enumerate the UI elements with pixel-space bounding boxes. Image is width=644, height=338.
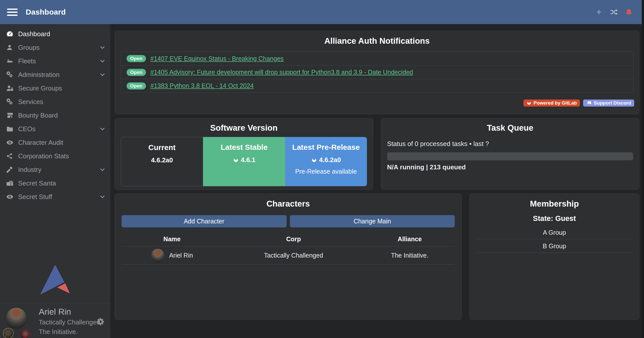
sidebar-item-industry[interactable]: Industry xyxy=(0,163,110,176)
notification-item: Open #1383 Python 3.8 EOL - 14 Oct 2024 xyxy=(121,79,633,92)
version-stable-value: 4.6.1 xyxy=(203,156,285,164)
character-alliance: The Initiative. xyxy=(365,247,455,265)
discord-badge[interactable]: Support Discord xyxy=(583,100,634,107)
discord-badge-label: Support Discord xyxy=(594,100,631,106)
discord-icon xyxy=(586,100,592,106)
notification-item: Open #1407 EVE Equinox Status - Breaking… xyxy=(121,52,633,65)
version-stable-heading: Latest Stable xyxy=(203,143,285,152)
membership-title: Membership xyxy=(470,199,639,209)
list-item: B Group xyxy=(477,239,632,253)
hammer-icon xyxy=(6,166,15,173)
sidebar-item-secret-santa[interactable]: Secret Santa xyxy=(0,176,110,190)
column-header-corp: Corp xyxy=(222,231,365,247)
gitlab-fox-icon xyxy=(233,157,239,163)
chevron-down-icon xyxy=(99,166,106,173)
sidebar-item-label: Secret Stuff xyxy=(18,193,52,201)
list-item: A Group xyxy=(477,226,632,239)
shuffle-icon[interactable] xyxy=(610,8,618,16)
sidebar-item-label: CEOs xyxy=(18,125,35,133)
topbar-actions xyxy=(595,8,633,16)
version-prerelease-heading: Latest Pre-Release xyxy=(285,143,367,152)
gitlab-fox-icon xyxy=(311,157,317,163)
sidebar-item-character-audit[interactable]: Character Audit xyxy=(0,136,110,149)
version-prerelease: Latest Pre-Release 4.6.2a0 Pre-Release a… xyxy=(285,137,367,186)
software-version-panel: Software Version Current 4.6.2a0 Latest … xyxy=(115,118,373,190)
sidebar-item-fleets[interactable]: Fleets xyxy=(0,54,110,68)
characters-panel: Characters Add Character Change Main Nam… xyxy=(115,194,462,320)
user-avatar xyxy=(6,307,27,329)
folder-icon xyxy=(6,125,15,133)
membership-group-list: A Group B Group xyxy=(477,226,632,253)
status-badge: Open xyxy=(127,82,146,89)
gitlab-badge[interactable]: Powered by GitLab xyxy=(523,100,580,107)
sidebar-item-services[interactable]: Services xyxy=(0,95,110,109)
sidebar-item-label: Dashboard xyxy=(18,30,50,38)
software-version-title: Software Version xyxy=(121,123,367,133)
chevron-down-icon xyxy=(99,71,106,78)
characters-table: Name Corp Alliance Ariel Rin xyxy=(122,231,455,265)
footer-badges: Powered by GitLab Support Discord xyxy=(523,100,634,107)
gears-icon xyxy=(6,71,15,78)
notification-link[interactable]: #1405 Advisory: Future development will … xyxy=(150,69,413,76)
add-character-button[interactable]: Add Character xyxy=(122,215,287,227)
sidebar-item-corporation-stats[interactable]: Corporation Stats xyxy=(0,149,110,163)
sidebar-item-ceos[interactable]: CEOs xyxy=(0,122,110,136)
main-content: Alliance Auth Notifications Open #1407 E… xyxy=(110,24,644,338)
sidebar-item-secret-stuff[interactable]: Secret Stuff xyxy=(0,190,110,204)
gitlab-fox-icon xyxy=(526,101,532,106)
user-corp: Tactically Challenged xyxy=(39,318,100,326)
user-lock-icon xyxy=(6,84,15,92)
task-queue-title: Task Queue xyxy=(387,123,633,133)
avatar-stack xyxy=(6,307,33,335)
store-icon xyxy=(6,112,15,119)
task-progress-bar xyxy=(387,152,633,160)
notifications-list: Open #1407 EVE Equinox Status - Breaking… xyxy=(120,52,634,93)
sidebar-item-groups[interactable]: Groups xyxy=(0,41,110,54)
sidebar-item-label: Services xyxy=(18,98,43,106)
user-panel: Ariel Rin Tactically Challenged The Init… xyxy=(0,303,110,338)
version-current: Current 4.6.2a0 xyxy=(121,137,203,186)
sidebar-item-label: Administration xyxy=(18,71,60,79)
version-prerelease-value: 4.6.2a0 xyxy=(285,156,367,164)
table-row: Ariel Rin Tactically Challenged The Init… xyxy=(122,247,455,265)
user-name: Ariel Rin xyxy=(39,307,100,317)
page-title: Dashboard xyxy=(26,8,66,16)
gift-icon xyxy=(6,179,15,187)
sidebar-item-dashboard[interactable]: Dashboard xyxy=(0,27,110,41)
sidebar: Dashboard Groups xyxy=(0,24,110,338)
membership-state: State: Guest xyxy=(470,214,639,223)
eye-icon xyxy=(6,193,15,201)
version-strip: Current 4.6.2a0 Latest Stable 4.6.1 xyxy=(121,137,367,186)
sidebar-item-secure-groups[interactable]: Secure Groups xyxy=(0,81,110,95)
change-main-button[interactable]: Change Main xyxy=(290,215,455,227)
sidebar-item-label: Bounty Board xyxy=(18,112,58,119)
sidebar-item-label: Industry xyxy=(18,166,42,174)
sidebar-item-label: Corporation Stats xyxy=(18,152,69,160)
sidebar-item-label: Fleets xyxy=(18,57,36,65)
character-name: Ariel Rin xyxy=(169,252,193,259)
app-root: Dashboard xyxy=(0,0,644,338)
chevron-down-icon xyxy=(99,44,106,51)
chevron-down-icon xyxy=(99,58,106,64)
version-current-value: 4.6.2a0 xyxy=(121,156,203,164)
notification-bell-icon[interactable] xyxy=(625,8,633,16)
share-icon xyxy=(6,153,15,160)
menu-toggle-icon[interactable] xyxy=(7,9,18,16)
notification-link[interactable]: #1383 Python 3.8 EOL - 14 Oct 2024 xyxy=(150,82,254,89)
jet-icon xyxy=(6,57,15,65)
sidebar-item-label: Secret Santa xyxy=(18,179,56,187)
column-header-name: Name xyxy=(122,231,222,247)
scrollbar[interactable] xyxy=(642,0,644,338)
task-queue-line: N/A running | 213 queued xyxy=(387,163,633,171)
settings-gear-icon[interactable] xyxy=(96,317,105,326)
sidebar-item-bounty-board[interactable]: Bounty Board xyxy=(0,109,110,122)
notification-link[interactable]: #1407 EVE Equinox Status - Breaking Chan… xyxy=(150,55,284,62)
plus-icon[interactable] xyxy=(595,8,603,16)
version-stable: Latest Stable 4.6.1 xyxy=(203,137,285,186)
version-prerelease-note: Pre-Release available xyxy=(285,168,367,175)
sidebar-item-label: Character Audit xyxy=(18,139,63,147)
column-header-alliance: Alliance xyxy=(365,231,455,247)
task-status-line: Status of 0 processed tasks • last ? xyxy=(387,140,633,148)
character-portrait xyxy=(151,249,165,262)
sidebar-item-administration[interactable]: Administration xyxy=(0,68,110,81)
